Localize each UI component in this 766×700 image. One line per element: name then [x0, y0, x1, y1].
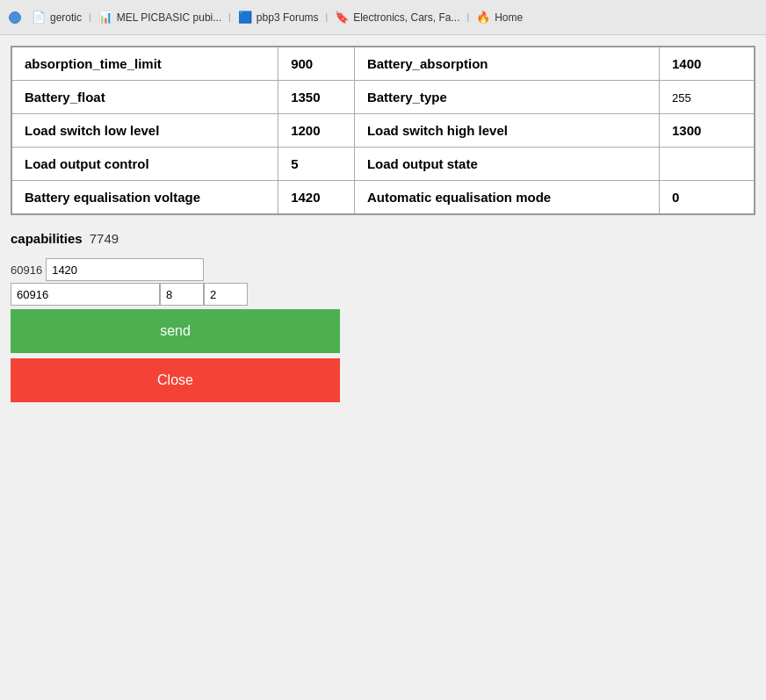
cell-load-high-label: Load switch high level: [354, 114, 659, 148]
send-button[interactable]: send: [11, 309, 340, 353]
input-row-2: [11, 283, 755, 306]
input-field-3[interactable]: [160, 283, 204, 306]
table-row: Battery equalisation voltage 1420 Automa…: [11, 181, 755, 215]
cell-battery-type-label: Battery_type: [354, 81, 659, 114]
cell-load-output-control-value: 5: [278, 148, 355, 181]
cell-battery-absorption-value: 1400: [660, 47, 755, 81]
cell-battery-eq-voltage-label: Battery equalisation voltage: [11, 181, 278, 215]
tab-electronics[interactable]: 🔖 Electronics, Cars, Fa...: [335, 11, 459, 24]
cell-load-high-value: 1300: [660, 114, 755, 148]
data-table: absorption_time_limit 900 Battery_absorp…: [11, 46, 755, 215]
browser-chrome: 📄 gerotic | 📊 MEL PICBASIC pubi... | 🟦 p…: [0, 0, 766, 35]
tab-pbp3[interactable]: 🟦 pbp3 Forums: [238, 11, 319, 24]
cell-load-output-state-label: Load output state: [354, 148, 659, 181]
tab-pbp3-label: pbp3 Forums: [257, 11, 319, 24]
input-prefix-1: 60916: [11, 263, 42, 277]
cell-absorption-time-label: absorption_time_limit: [11, 47, 278, 81]
table-row: Battery_float 1350 Battery_type 255: [11, 81, 755, 114]
input-field-2[interactable]: [11, 283, 160, 306]
cell-battery-absorption-label: Battery_absorption: [354, 47, 659, 81]
cell-battery-float-label: Battery_float: [11, 81, 278, 114]
cell-battery-float-value: 1350: [278, 81, 355, 114]
capabilities-row: capabilities 7749: [11, 229, 755, 248]
tab-home-label: Home: [495, 11, 523, 24]
cell-auto-eq-mode-label: Automatic equalisation mode: [354, 181, 659, 215]
capabilities-value: 7749: [90, 231, 119, 246]
tab-mel-label: MEL PICBASIC pubi...: [117, 11, 222, 24]
cell-load-output-control-label: Load output control: [11, 148, 278, 181]
capabilities-label: capabilities: [11, 231, 83, 246]
cell-battery-eq-voltage-value: 1420: [278, 181, 355, 215]
browser-tabs: 📄 gerotic | 📊 MEL PICBASIC pubi... | 🟦 p…: [32, 11, 757, 24]
cell-absorption-time-value: 900: [278, 47, 355, 81]
table-row: Load output control 5 Load output state: [11, 148, 755, 181]
tab-gerotic-label: gerotic: [50, 11, 82, 24]
table-row: Load switch low level 1200 Load switch h…: [11, 114, 755, 148]
input-field-4[interactable]: [204, 283, 248, 306]
tab-gerotic-icon: 📄: [32, 11, 46, 24]
tab-mel[interactable]: 📊 MEL PICBASIC pubi...: [98, 11, 222, 24]
tab-home[interactable]: 🔥 Home: [476, 11, 523, 24]
cell-load-output-state-value: [660, 148, 755, 181]
tab-electronics-icon: 🔖: [335, 11, 349, 24]
close-button[interactable]: Close: [11, 358, 340, 402]
browser-dot: [9, 11, 21, 24]
cell-auto-eq-mode-value: 0: [660, 181, 755, 215]
table-row: absorption_time_limit 900 Battery_absorp…: [11, 47, 755, 81]
cell-load-low-value: 1200: [278, 114, 355, 148]
tab-pbp3-icon: 🟦: [238, 11, 252, 24]
input-area: 60916: [11, 258, 755, 306]
cell-battery-type-value: 255: [660, 81, 755, 114]
main-content: absorption_time_limit 900 Battery_absorp…: [0, 35, 766, 413]
cell-load-low-label: Load switch low level: [11, 114, 278, 148]
tab-electronics-label: Electronics, Cars, Fa...: [353, 11, 459, 24]
tab-home-icon: 🔥: [476, 11, 490, 24]
tab-gerotic[interactable]: 📄 gerotic: [32, 11, 82, 24]
tab-mel-icon: 📊: [98, 11, 112, 24]
input-field-1[interactable]: [46, 258, 204, 281]
input-row-1: 60916: [11, 258, 755, 281]
